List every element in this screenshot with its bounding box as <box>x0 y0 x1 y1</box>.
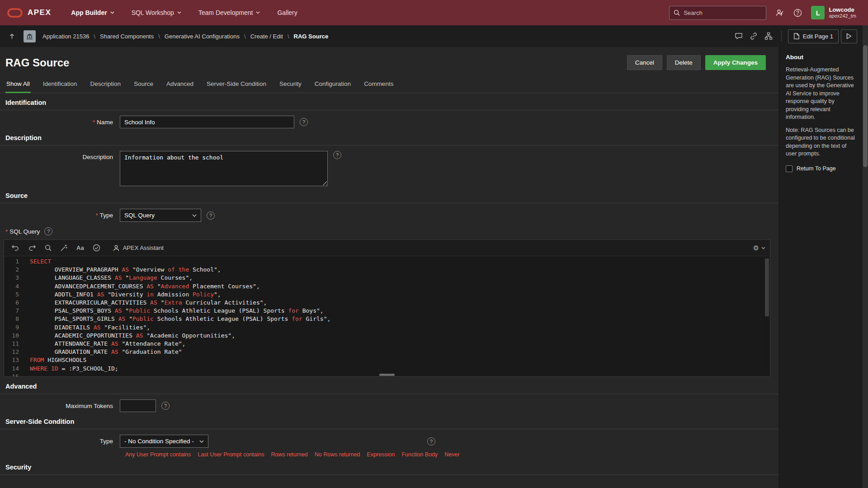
redo-button[interactable] <box>25 242 39 254</box>
quick-pick-never[interactable]: Never <box>444 451 459 458</box>
condition-type-label: Type <box>0 438 113 445</box>
section-title-server-side-condition: Server-Side Condition <box>5 418 778 425</box>
condition-type-select[interactable]: - No Condition Specified - <box>120 435 208 448</box>
editor-resize-grip[interactable] <box>379 374 395 376</box>
main-content: RAG Source Cancel Delete Apply Changes S… <box>0 47 778 488</box>
feedback-button[interactable] <box>732 30 745 42</box>
editor-gutter: 123456789101112131415 <box>4 256 25 376</box>
editor-search-button[interactable] <box>42 242 54 254</box>
maximum-tokens-input[interactable] <box>120 399 156 412</box>
apex-assistant-button[interactable]: APEX Assistant <box>113 244 164 252</box>
breadcrumb-item-create-edit[interactable]: Create / Edit <box>250 33 294 40</box>
undo-icon <box>11 244 19 251</box>
cancel-button[interactable]: Cancel <box>627 55 662 70</box>
tab-identification[interactable]: Identification <box>42 77 78 93</box>
format-code-button[interactable] <box>57 241 71 254</box>
shared-components-tree-button[interactable] <box>762 30 775 42</box>
breadcrumb-actions: Edit Page 1 <box>732 29 857 43</box>
wand-icon <box>60 244 68 252</box>
editor-settings-button[interactable]: ⚙ <box>753 244 765 252</box>
name-help-icon[interactable] <box>300 118 308 126</box>
section-title-advanced: Advanced <box>5 383 778 390</box>
maximum-tokens-help-icon[interactable] <box>161 402 170 410</box>
up-arrow-icon <box>9 33 15 40</box>
link-icon <box>750 32 758 40</box>
divider <box>781 31 782 42</box>
user-menu[interactable]: L Lowcode apex242_tm <box>811 6 856 19</box>
chevron-down-icon <box>110 11 114 14</box>
tab-advanced[interactable]: Advanced <box>165 77 194 93</box>
run-page-button[interactable] <box>841 29 857 43</box>
return-to-page-row: Return To Page <box>786 165 855 172</box>
page-scrollbar-thumb[interactable] <box>863 45 868 167</box>
section-title-security: Security <box>5 464 778 471</box>
return-to-page-label[interactable]: Return To Page <box>797 165 836 172</box>
tab-comments[interactable]: Comments <box>363 77 394 93</box>
name-input[interactable] <box>120 116 294 128</box>
tab-server-side-condition[interactable]: Server-Side Condition <box>206 77 267 93</box>
top-navigation-bar: APEX App Builder SQL Workshop Team Devel… <box>0 0 868 25</box>
top-nav-menu: App Builder SQL Workshop Team Developmen… <box>71 9 297 16</box>
case-toggle-button[interactable]: Aa <box>74 242 87 254</box>
edit-page-button[interactable]: Edit Page 1 <box>788 29 839 43</box>
quick-pick-no-rows-returned[interactable]: No Rows returned <box>315 451 360 458</box>
tab-configuration[interactable]: Configuration <box>314 77 352 93</box>
editor-vertical-scrollbar[interactable] <box>765 258 769 316</box>
return-to-page-checkbox[interactable] <box>786 165 793 172</box>
tab-show-all[interactable]: Show All <box>5 77 31 93</box>
search-input[interactable] <box>684 9 762 16</box>
breadcrumb-item-gen-ai-configurations[interactable]: Generative AI Configurations <box>165 33 250 40</box>
help-panel-paragraph: Retrieval-Augmented Generation (RAG) Sou… <box>786 66 855 122</box>
help-panel: About Retrieval-Augmented Generation (RA… <box>778 47 863 488</box>
page-title: RAG Source <box>5 56 69 69</box>
breadcrumb-item-application[interactable]: Application 21536 <box>42 33 100 40</box>
sql-code-editor: Aa APEX Assistant ⚙ <box>4 239 770 377</box>
help-icon[interactable] <box>793 9 802 17</box>
shortcut-link-button[interactable] <box>747 30 760 42</box>
tab-description[interactable]: Description <box>90 77 122 93</box>
undo-button[interactable] <box>9 242 22 254</box>
tab-source[interactable]: Source <box>133 77 154 93</box>
app-icon[interactable] <box>24 30 36 42</box>
search-icon <box>674 9 680 16</box>
nav-gallery[interactable]: Gallery <box>277 9 297 16</box>
section-source: Source Type SQL Query SQL Query <box>0 192 778 377</box>
breadcrumb-item-shared-components[interactable]: Shared Components <box>100 33 165 40</box>
editor-code[interactable]: SELECT OVERVIEW_PARAGRAPH AS "Overview o… <box>25 256 770 376</box>
edit-page-label: Edit Page 1 <box>803 33 833 40</box>
section-title-description: Description <box>5 134 778 141</box>
source-type-help-icon[interactable] <box>207 211 215 220</box>
quick-pick-rows-returned[interactable]: Rows returned <box>271 451 308 458</box>
global-search[interactable] <box>669 6 766 20</box>
breadcrumb-item-current: RAG Source <box>294 33 329 40</box>
quick-pick-any-user-prompt-contains[interactable]: Any User Prompt contains <box>125 451 191 458</box>
nav-team-development[interactable]: Team Development <box>198 9 260 16</box>
sitemap-icon <box>764 32 773 40</box>
redo-icon <box>28 244 36 251</box>
avatar: L <box>811 6 825 19</box>
tab-security[interactable]: Security <box>278 77 302 93</box>
admin-icon[interactable] <box>775 9 784 17</box>
validate-button[interactable] <box>90 241 103 254</box>
play-icon <box>846 33 852 39</box>
section-title-source: Source <box>5 192 778 199</box>
source-type-select[interactable]: SQL Query <box>120 209 201 222</box>
condition-type-help-icon[interactable] <box>427 437 435 446</box>
apply-changes-button[interactable]: Apply Changes <box>705 55 766 70</box>
quick-pick-function-body[interactable]: Function Body <box>401 451 438 458</box>
section-title-identification: Identification <box>5 99 778 106</box>
sql-query-help-icon[interactable] <box>44 227 52 235</box>
nav-app-builder[interactable]: App Builder <box>71 9 114 16</box>
quick-pick-last-user-prompt-contains[interactable]: Last User Prompt contains <box>198 451 264 458</box>
user-name: Lowcode <box>829 6 856 14</box>
up-level-button[interactable] <box>6 31 18 42</box>
delete-button[interactable]: Delete <box>667 55 701 70</box>
section-security: Security <box>0 464 778 475</box>
case-toggle-icon: Aa <box>76 244 84 251</box>
assistant-label: APEX Assistant <box>123 244 164 251</box>
description-help-icon[interactable] <box>333 151 341 159</box>
description-textarea[interactable]: Information about the school <box>120 151 328 186</box>
quick-pick-expression[interactable]: Expression <box>367 451 395 458</box>
sql-query-label-row: SQL Query <box>5 227 778 235</box>
nav-sql-workshop[interactable]: SQL Workshop <box>132 9 181 16</box>
